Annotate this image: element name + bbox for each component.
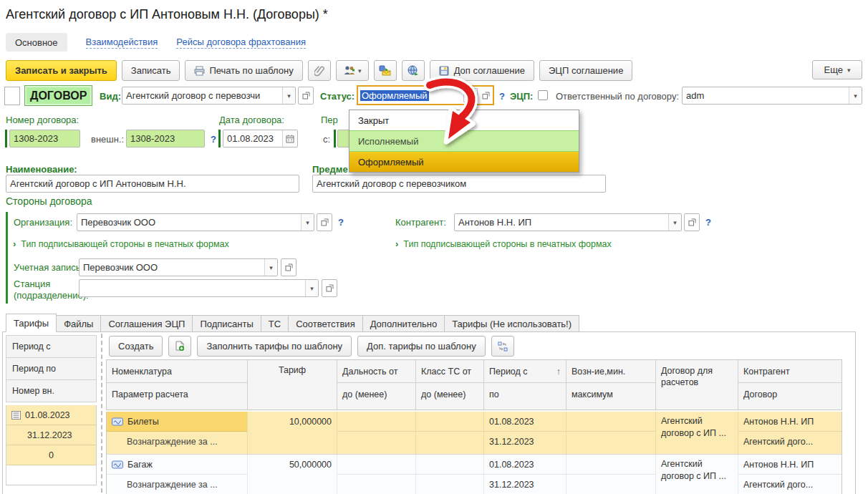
internal-number-header[interactable]: Номер вн. (6, 380, 97, 402)
account-open-button[interactable] (281, 258, 296, 276)
print-by-template-button[interactable]: Печать по шаблону (185, 60, 302, 81)
tab-tariffs[interactable]: Тарифы (6, 314, 57, 332)
column-header[interactable]: Класс ТС от (416, 360, 483, 383)
attachments-button[interactable] (308, 60, 331, 81)
period-to-header[interactable]: Период по (6, 358, 97, 380)
table-row[interactable]: Билеты Вознаграждение за ... 10,000000 0… (107, 412, 842, 455)
tab-charter-trips[interactable]: Рейсы договора фрахтования (176, 37, 306, 49)
contract-cell[interactable]: Агентский дого... (738, 432, 842, 451)
kind-open-button[interactable] (298, 87, 314, 105)
list-item[interactable]: 31.12.2023 (6, 425, 97, 445)
counterparty-cell[interactable]: Антонов Н.Н. ИП (738, 455, 842, 475)
add-contact-person-button[interactable]: ▾ (336, 60, 369, 81)
tariff-cell[interactable]: 10,000000 (248, 412, 337, 431)
dropdown-arrow-icon[interactable]: ▾ (849, 87, 862, 104)
more-button[interactable]: Еще ▾ (812, 60, 862, 79)
tab-correspondences[interactable]: Соответствия (288, 315, 363, 332)
status-open-button[interactable] (478, 87, 493, 104)
panel-splitter[interactable] (101, 334, 102, 493)
name-input[interactable]: Агентский договор с ИП Антоновым Н.Н. (6, 175, 299, 193)
create-copy-button[interactable] (168, 336, 191, 357)
ecp-agreement-button[interactable]: ЭЦП соглашение (539, 60, 632, 81)
period-to-cell[interactable]: 31.12.2023 (484, 475, 566, 494)
tab-vehicles[interactable]: ТС (261, 315, 289, 332)
calc-param-cell[interactable]: Вознаграждение за ... (107, 432, 247, 451)
responsible-combobox[interactable]: adm ▾ (682, 87, 862, 105)
status-option-closed[interactable]: Закрыт (349, 110, 579, 130)
column-header[interactable]: Дальность от (337, 360, 415, 383)
extra-tariffs-button[interactable]: Доп. тарифы по шаблону (357, 336, 486, 357)
column-header[interactable]: Договор для расчетов (656, 360, 738, 410)
period-from-cell[interactable]: 01.08.2023 (484, 412, 566, 432)
column-header[interactable]: Возн-ие,мин. (566, 360, 655, 383)
kind-combobox[interactable]: Агентский договор с перевозчи ▾ (122, 87, 296, 105)
station-open-button[interactable] (322, 279, 337, 297)
calendar-icon[interactable] (282, 130, 297, 147)
tariff-cell[interactable]: 50,000000 (248, 455, 337, 474)
counterparty-help-icon[interactable]: ? (705, 217, 711, 228)
counterparty-sign-type-link[interactable]: ›Тип подписывающей стороны в печатных фо… (395, 238, 612, 249)
period-to-cell[interactable]: 31.12.2023 (484, 432, 566, 451)
tab-signers[interactable]: Подписанты (192, 315, 261, 332)
organization-combobox[interactable]: Перевозчик ООО ▾ (77, 213, 314, 231)
calc-contract-cell[interactable]: Агентский договор с ИП ... (656, 455, 738, 494)
organization-open-button[interactable] (317, 213, 332, 231)
tab-files[interactable]: Файлы (56, 315, 101, 332)
counterparty-cell[interactable]: Антонов Н.Н. ИП (738, 412, 842, 432)
fill-tariffs-button[interactable]: Заполнить тарифы по шаблону (197, 336, 352, 357)
tab-additional[interactable]: Дополнительно (362, 315, 445, 332)
refresh-button[interactable] (491, 336, 514, 357)
column-header[interactable]: Параметр расчета (107, 383, 247, 405)
send-email-button[interactable] (374, 60, 397, 81)
period-from-header[interactable]: Период с (6, 335, 97, 358)
calc-contract-cell[interactable]: Агентский договор с ИП ... (656, 412, 738, 454)
org-sign-type-link[interactable]: ›Тип подписывающей стороны в печатных фо… (13, 238, 229, 249)
list-item[interactable]: 01.08.2023 (6, 405, 97, 425)
column-header[interactable]: до (менее) (416, 383, 483, 405)
ecp-checkbox[interactable] (538, 90, 548, 100)
dropdown-arrow-icon[interactable]: ▾ (668, 214, 681, 231)
table-row[interactable]: Багаж Вознаграждение за ... 50,000000 01… (107, 455, 842, 494)
account-combobox[interactable]: Перевозчик ООО ▾ (79, 258, 278, 276)
dropdown-arrow-icon[interactable]: ▾ (305, 280, 318, 296)
dop-agreement-button[interactable]: Доп соглашение (430, 60, 534, 81)
calc-param-cell[interactable]: Вознаграждение за ... (107, 475, 247, 494)
period-from-cell[interactable]: 01.08.2023 (484, 455, 566, 475)
empty-row[interactable] (6, 465, 97, 485)
list-item[interactable]: 0 (6, 445, 97, 465)
status-combobox[interactable]: Оформляемый ▾ (357, 85, 494, 105)
status-option-executing[interactable]: Исполняемый (349, 130, 579, 152)
nomenclature-cell[interactable]: Билеты (107, 412, 247, 432)
counterparty-open-button[interactable] (684, 213, 700, 231)
status-option-drafting[interactable]: Оформляемый (349, 152, 579, 172)
tab-tariffs-deprecated[interactable]: Тарифы (Не использовать!) (444, 315, 579, 332)
station-combobox[interactable]: ▾ (79, 279, 319, 297)
status-help-icon[interactable]: ? (499, 91, 505, 102)
contract-cell[interactable]: Агентский дого... (738, 475, 842, 494)
dropdown-arrow-icon[interactable]: ▾ (301, 214, 314, 231)
tab-ecp-agreements[interactable]: Соглашения ЭЦП (100, 315, 193, 332)
organization-help-icon[interactable]: ? (338, 217, 344, 228)
tab-main[interactable]: Основное (6, 33, 67, 52)
contract-number-input[interactable]: 1308-2023 (9, 130, 80, 147)
counterparty-combobox[interactable]: Антонов Н.Н. ИП ▾ (454, 213, 682, 231)
external-number-input[interactable]: 1308-2023 (126, 130, 205, 147)
create-button[interactable]: Создать (109, 336, 163, 357)
save-and-close-button[interactable]: Записать и закрыть (6, 60, 117, 81)
column-header[interactable]: Номенклатура (107, 360, 247, 383)
subject-input[interactable]: Агентский договор с перевозчиком (312, 175, 606, 193)
column-header[interactable]: Договор (738, 383, 842, 405)
column-header[interactable]: до (менее) (337, 383, 415, 405)
tab-interactions[interactable]: Взаимодействия (86, 37, 158, 49)
contract-date-input[interactable]: 01.08.2023 (223, 130, 298, 147)
column-header[interactable]: максимум (566, 383, 655, 405)
column-header[interactable]: Тариф (248, 360, 337, 410)
column-header[interactable]: Контрагент (738, 360, 842, 383)
web-link-button[interactable] (402, 60, 425, 81)
column-header[interactable]: по (484, 383, 566, 405)
column-header-sorted[interactable]: Период с ↑ (484, 360, 566, 383)
dropdown-arrow-icon[interactable]: ▾ (282, 87, 295, 104)
external-number-help-icon[interactable]: ? (211, 134, 216, 145)
save-button[interactable]: Записать (122, 60, 180, 81)
nomenclature-cell[interactable]: Багаж (107, 455, 247, 475)
